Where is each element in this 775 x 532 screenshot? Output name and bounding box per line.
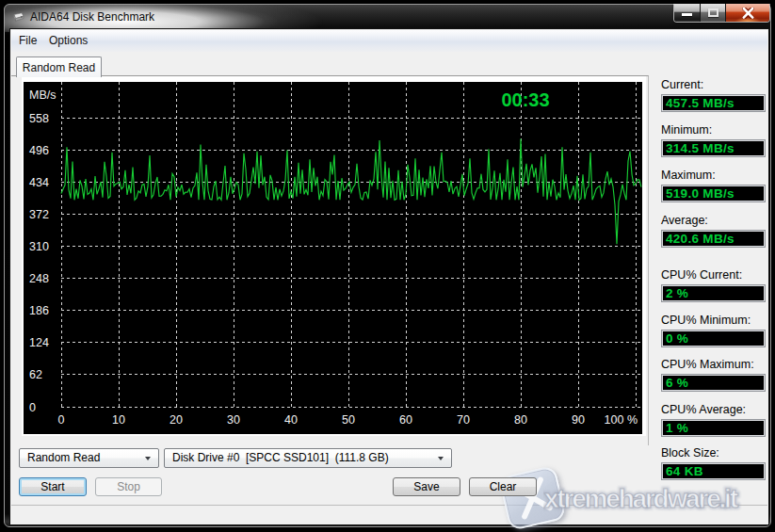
svg-text:434: 434 bbox=[29, 176, 49, 189]
svg-text:100 %: 100 % bbox=[605, 413, 638, 427]
svg-text:372: 372 bbox=[29, 208, 49, 221]
svg-text:186: 186 bbox=[29, 304, 49, 317]
svg-text:70: 70 bbox=[457, 413, 470, 427]
svg-text:30: 30 bbox=[227, 413, 240, 427]
svg-text:62: 62 bbox=[29, 368, 42, 381]
svg-text:50: 50 bbox=[342, 413, 355, 427]
svg-text:90: 90 bbox=[572, 413, 585, 427]
svg-text:10: 10 bbox=[112, 413, 125, 427]
svg-text:20: 20 bbox=[170, 413, 183, 427]
svg-text:MB/s: MB/s bbox=[29, 89, 56, 102]
svg-text:124: 124 bbox=[29, 336, 49, 349]
svg-text:558: 558 bbox=[29, 112, 49, 125]
svg-text:248: 248 bbox=[29, 272, 49, 285]
svg-text:40: 40 bbox=[284, 413, 298, 427]
svg-text:496: 496 bbox=[29, 144, 49, 157]
svg-text:310: 310 bbox=[29, 240, 49, 253]
svg-text:xtremehardware.it: xtremehardware.it bbox=[544, 484, 738, 513]
svg-text:0: 0 bbox=[58, 413, 65, 427]
svg-text:80: 80 bbox=[514, 413, 527, 427]
svg-text:60: 60 bbox=[399, 413, 412, 427]
svg-text:0: 0 bbox=[29, 401, 36, 414]
svg-text:00:33: 00:33 bbox=[501, 89, 549, 110]
